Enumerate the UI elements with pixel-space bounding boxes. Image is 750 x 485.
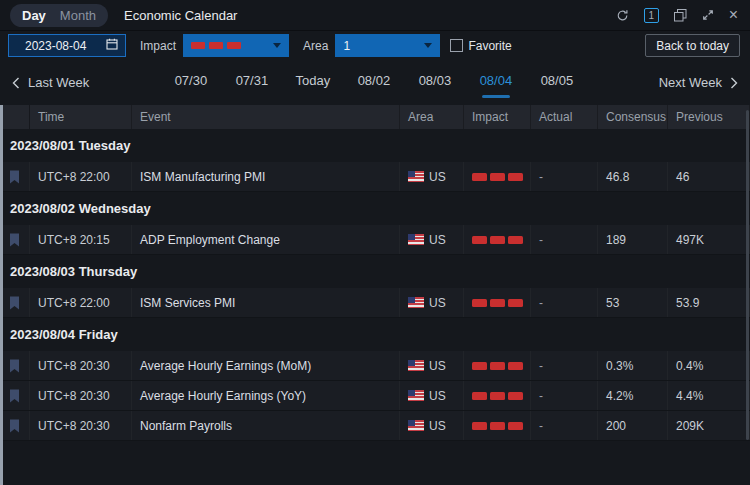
impact-cell — [464, 381, 531, 410]
week-day-tab[interactable]: Today — [295, 63, 331, 102]
actual-cell: - — [531, 225, 598, 254]
area-label: US — [429, 389, 446, 403]
favorite-label: Favorite — [468, 39, 511, 53]
chevron-right-icon — [730, 77, 738, 89]
date-group-header: 2023/08/01 Tuesday — [0, 129, 750, 162]
us-flag-icon — [408, 297, 424, 308]
actual-cell: - — [531, 162, 598, 191]
week-day-label: 07/30 — [175, 73, 208, 88]
actual-cell: - — [531, 351, 598, 380]
time-cell: UTC+8 20:30 — [30, 411, 132, 440]
header-event: Event — [132, 105, 400, 129]
back-to-today-button[interactable]: Back to today — [645, 34, 740, 57]
week-day-tab[interactable]: 07/31 — [234, 63, 270, 102]
area-filter-label: Area — [303, 39, 328, 53]
last-week-button[interactable]: Last Week — [12, 75, 89, 90]
table-body: 2023/08/01 Tuesday UTC+8 22:00 ISM Manuf… — [0, 129, 750, 441]
previous-cell: 0.4% — [668, 351, 750, 380]
calendar-icon — [106, 38, 118, 53]
impact-cell — [464, 225, 531, 254]
date-group-label: 2023/08/01 Tuesday — [10, 138, 130, 153]
date-group-label: 2023/08/03 Thursday — [10, 264, 137, 279]
week-navigation: Last Week 07/30 07/31 Today 08/02 08/03 … — [0, 60, 750, 105]
next-week-button[interactable]: Next Week — [659, 75, 738, 90]
area-label: US — [429, 296, 446, 310]
window-controls: 1 × — [616, 8, 738, 23]
tab-month[interactable]: Month — [60, 8, 96, 23]
week-days: 07/30 07/31 Today 08/02 08/03 08/04 08/0… — [89, 63, 658, 102]
actual-cell: - — [531, 381, 598, 410]
restore-windows-icon[interactable] — [674, 9, 687, 22]
date-group-header: 2023/08/02 Wednesday — [0, 192, 750, 225]
week-day-label: Today — [296, 73, 331, 88]
impact-filter-label: Impact — [140, 39, 176, 53]
week-day-tab[interactable]: 08/02 — [356, 63, 392, 102]
header-bookmark-col — [0, 105, 30, 129]
table-row[interactable]: UTC+8 22:00 ISM Services PMI US - 53 53.… — [0, 288, 750, 318]
previous-cell: 4.4% — [668, 381, 750, 410]
header-previous: Previous — [668, 105, 750, 129]
date-group-label: 2023/08/02 Wednesday — [10, 201, 151, 216]
date-value: 2023-08-04 — [25, 39, 86, 53]
week-day-tab[interactable]: 07/30 — [173, 63, 209, 102]
area-cell: US — [400, 162, 464, 191]
header-area: Area — [400, 105, 464, 129]
table-row[interactable]: UTC+8 22:00 ISM Manufacturing PMI US - 4… — [0, 162, 750, 192]
title-bar: Day Month Economic Calendar 1 × — [0, 0, 750, 31]
bookmark-icon[interactable] — [9, 419, 20, 433]
impact-cell — [464, 411, 531, 440]
date-picker-input[interactable]: 2023-08-04 — [8, 34, 126, 57]
chevron-left-icon — [12, 77, 20, 89]
consensus-cell: 189 — [598, 225, 668, 254]
area-label: US — [429, 419, 446, 433]
tab-day[interactable]: Day — [22, 8, 46, 23]
page-title: Economic Calendar — [124, 8, 237, 23]
area-filter-dropdown[interactable]: 1 — [335, 34, 440, 57]
bookmark-icon[interactable] — [9, 296, 20, 310]
events-table: Time Event Area Impact Actual Consensus … — [0, 105, 750, 441]
time-cell: UTC+8 22:00 — [30, 288, 132, 317]
event-cell: ISM Services PMI — [132, 288, 400, 317]
area-label: US — [429, 233, 446, 247]
impact-filter-dropdown[interactable] — [183, 34, 289, 57]
area-cell: US — [400, 381, 464, 410]
consensus-cell: 200 — [598, 411, 668, 440]
table-row[interactable]: UTC+8 20:15 ADP Employment Change US - 1… — [0, 225, 750, 255]
date-group-header: 2023/08/04 Friday — [0, 318, 750, 351]
event-cell: ISM Manufacturing PMI — [132, 162, 400, 191]
week-day-label: 07/31 — [236, 73, 269, 88]
time-cell: UTC+8 20:30 — [30, 381, 132, 410]
actual-cell: - — [531, 411, 598, 440]
view-mode-switch: Day Month — [10, 4, 108, 27]
fullscreen-icon[interactable] — [702, 9, 714, 21]
bookmark-icon[interactable] — [9, 359, 20, 373]
consensus-cell: 4.2% — [598, 381, 668, 410]
area-cell: US — [400, 351, 464, 380]
time-cell: UTC+8 22:00 — [30, 162, 132, 191]
right-scrollbar-thumb[interactable] — [746, 110, 749, 440]
close-icon[interactable]: × — [729, 9, 738, 21]
bookmark-icon[interactable] — [9, 170, 20, 184]
area-label: US — [429, 170, 446, 184]
last-week-label: Last Week — [28, 75, 89, 90]
time-cell: UTC+8 20:15 — [30, 225, 132, 254]
previous-cell: 497K — [668, 225, 750, 254]
bookmark-cell — [0, 288, 30, 317]
table-row[interactable]: UTC+8 20:30 Nonfarm Payrolls US - 200 20… — [0, 411, 750, 441]
refresh-icon[interactable] — [616, 9, 629, 22]
week-day-tab[interactable]: 08/05 — [539, 63, 575, 102]
bookmark-icon[interactable] — [9, 233, 20, 247]
header-consensus: Consensus — [598, 105, 668, 129]
favorite-checkbox[interactable] — [450, 39, 463, 52]
bookmark-icon[interactable] — [9, 389, 20, 403]
table-row[interactable]: UTC+8 20:30 Average Hourly Earnings (MoM… — [0, 351, 750, 381]
chevron-down-icon — [273, 43, 281, 48]
area-selected-value: 1 — [343, 39, 350, 53]
window-count-badge[interactable]: 1 — [644, 8, 659, 23]
bookmark-cell — [0, 411, 30, 440]
week-day-tab[interactable]: 08/03 — [417, 63, 453, 102]
week-day-label: 08/05 — [541, 73, 574, 88]
week-day-tab[interactable]: 08/04 — [478, 63, 514, 102]
left-scrollbar[interactable] — [0, 105, 3, 485]
table-row[interactable]: UTC+8 20:30 Average Hourly Earnings (YoY… — [0, 381, 750, 411]
